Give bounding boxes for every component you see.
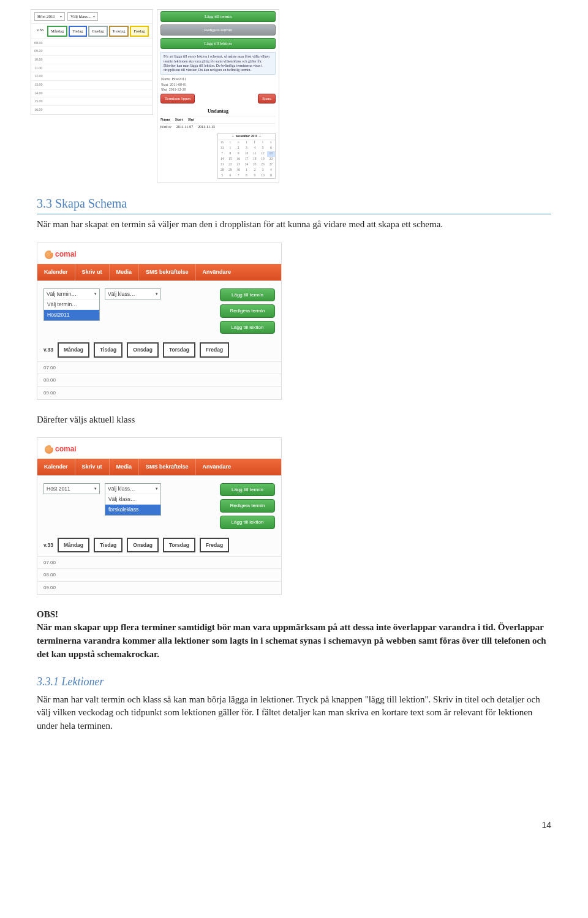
paragraph-choose-class: Därefter väljs aktuell klass [37, 413, 551, 427]
screenshot-schema-overview: Höst 2011 ▾ Välj klass… ▾ v.36 Måndag Ti… [31, 9, 551, 182]
add-lesson-button[interactable]: Lägg till lektion [160, 38, 276, 49]
time-row: 08.00 [31, 39, 153, 48]
add-term-button[interactable]: Lägg till termin [220, 288, 275, 302]
time-row: 12.00 [31, 72, 153, 81]
day-tab-mon[interactable]: Måndag [58, 342, 89, 357]
main-nav: Kalender Skriv ut Media SMS bekräftelse … [37, 264, 281, 280]
add-term-button[interactable]: Lägg till termin [160, 11, 276, 22]
nav-skriv-ut[interactable]: Skriv ut [75, 459, 109, 475]
edit-term-button[interactable]: Redigera termin [160, 24, 276, 36]
time-row: 08.00 [37, 374, 281, 386]
day-tab-fri[interactable]: Fredag [200, 342, 229, 357]
day-tab-tue[interactable]: Tisdag [94, 342, 123, 357]
term-name-row: Namn Höst2011 [157, 77, 279, 81]
mini-calendar-title: ← november 2011 → [218, 134, 275, 140]
nav-anvandare[interactable]: Användare [195, 264, 238, 280]
save-button[interactable]: Spara [258, 94, 276, 103]
select-class[interactable]: Välj klass… ▾ [105, 288, 161, 299]
select-term-tiny[interactable]: Höst 2011 ▾ [34, 12, 65, 21]
day-tab-wed[interactable]: Onsdag [127, 342, 159, 357]
day-tab-mon[interactable]: Måndag [47, 26, 67, 36]
nav-kalender[interactable]: Kalender [37, 459, 75, 475]
nav-sms[interactable]: SMS bekräftelse [138, 264, 195, 280]
day-tab-tue[interactable]: Tisdag [94, 538, 123, 552]
nav-kalender[interactable]: Kalender [37, 264, 75, 280]
select-term-value: Höst 2011 [47, 485, 70, 492]
day-tab-thu[interactable]: Torsdag [163, 538, 195, 552]
week-label: v.33 [43, 541, 53, 549]
time-row: 16.00 [31, 106, 153, 115]
time-row: 11.00 [31, 64, 153, 73]
term-start-row: Start 2011-08-01 [157, 82, 279, 87]
logo-icon [45, 445, 53, 454]
term-name-label: Namn [161, 77, 170, 81]
page-number: 14 [37, 819, 551, 831]
nav-media[interactable]: Media [109, 264, 139, 280]
heading-3-3-1: 3.3.1 Lektioner [37, 674, 551, 690]
select-class-tiny-value: Välj klass… [70, 13, 92, 20]
exc-hdr-name: Namn [160, 117, 170, 122]
day-tab-fri[interactable]: Fredag [130, 26, 148, 36]
select-term-option[interactable]: Välj termin… [44, 299, 99, 309]
week-label: v.36 [34, 26, 46, 36]
term-name-value: Höst2011 [172, 77, 186, 81]
day-tab-mon[interactable]: Måndag [58, 538, 89, 552]
screenshot-choose-class: comai Kalender Skriv ut Media SMS bekräf… [37, 437, 282, 594]
time-row: 07.00 [37, 361, 281, 374]
select-term-option[interactable]: Höst2011 [44, 309, 99, 320]
select-class[interactable]: Välj klass… ▾ Välj klass… förskoleklass [105, 483, 161, 516]
select-class-option[interactable]: förskoleklass [105, 504, 160, 514]
brand-logo: comai [45, 249, 274, 260]
time-row: 08.00 [37, 568, 281, 581]
term-detail-panel: Lägg till termin Redigera termin Lägg ti… [157, 9, 279, 182]
day-tab-thu[interactable]: Torsdag [109, 26, 129, 36]
day-tab-wed[interactable]: Onsdag [127, 538, 159, 552]
schedule-week-panel: Höst 2011 ▾ Välj klass… ▾ v.36 Måndag Ti… [31, 9, 153, 115]
add-term-button[interactable]: Lägg till termin [220, 483, 275, 497]
heading-3-3: 3.3 Skapa Schema [37, 195, 551, 214]
time-row: 09.00 [37, 386, 281, 399]
day-tab-wed[interactable]: Onsdag [88, 26, 108, 36]
exceptions-title: Undantag [157, 108, 279, 115]
chevron-down-icon: ▾ [156, 486, 158, 492]
chevron-down-icon: ▾ [93, 14, 95, 20]
select-class-tiny[interactable]: Välj klass… ▾ [67, 12, 98, 21]
term-end-label: Slut [161, 88, 167, 91]
term-open-toggle[interactable]: Terminen öppen [160, 94, 195, 103]
day-tab-fri[interactable]: Fredag [200, 538, 229, 552]
time-row: 10.00 [31, 56, 153, 64]
add-lesson-button[interactable]: Lägg till lektion [220, 321, 275, 334]
term-start-value: 2011-08-01 [170, 83, 187, 86]
exceptions-table: Namn Start Slut höstlov 2011-11-07 2011-… [160, 116, 276, 130]
select-term[interactable]: Höst 2011 ▾ [43, 483, 100, 494]
select-class-option[interactable]: Välj klass… [105, 494, 160, 504]
nav-media[interactable]: Media [109, 459, 139, 475]
select-class-value: Välj klass… [108, 485, 135, 492]
screenshot-choose-term: comai Kalender Skriv ut Media SMS bekräf… [37, 243, 282, 399]
nav-anvandare[interactable]: Användare [195, 459, 238, 475]
edit-term-button[interactable]: Redigera termin [220, 499, 275, 513]
time-row: 15.00 [31, 97, 153, 106]
paragraph-3-3: När man har skapat en termin så väljer m… [37, 218, 551, 231]
select-class-value: Välj klass… [108, 290, 135, 298]
day-tab-thu[interactable]: Torsdag [163, 342, 195, 357]
select-term-value: Välj termin… [47, 290, 77, 298]
nav-skriv-ut[interactable]: Skriv ut [75, 264, 109, 280]
obs-label: OBS! [37, 609, 58, 619]
select-term[interactable]: Välj termin… ▾ Välj termin… Höst2011 [43, 288, 100, 321]
chevron-down-icon: ▾ [94, 486, 97, 492]
time-row: 07.00 [37, 556, 281, 569]
add-lesson-button[interactable]: Lägg till lektion [220, 516, 275, 529]
select-term-tiny-value: Höst 2011 [37, 13, 55, 20]
day-tab-tue[interactable]: Tisdag [69, 26, 86, 36]
exc-row-start: 2011-11-07 [176, 124, 194, 130]
edit-term-button[interactable]: Redigera termin [220, 304, 275, 318]
term-end-value: 2011-12-30 [169, 88, 186, 91]
mini-calendar[interactable]: ← november 2011 → mtotfls 31123456 78910… [217, 133, 276, 179]
info-note: För att lägga till en ny lektion i schem… [160, 52, 276, 75]
time-row: 09.00 [31, 47, 153, 56]
term-start-label: Start [161, 83, 168, 86]
chevron-down-icon: ▾ [156, 291, 158, 297]
nav-sms[interactable]: SMS bekräftelse [138, 459, 195, 475]
paragraph-3-3-1: När man har valt termin och klass så kan… [37, 693, 551, 733]
